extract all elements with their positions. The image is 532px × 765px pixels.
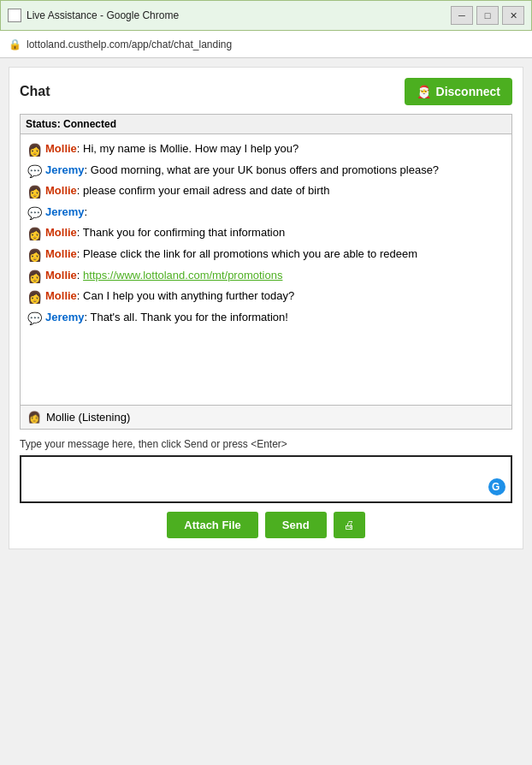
chat-header: Chat 🎅 Disconnect: [20, 78, 512, 105]
message-row: 👩 Mollie: https://www.lottoland.com/mt/p…: [27, 268, 505, 286]
author-name: Mollie: [45, 184, 77, 197]
message-row: 💬 Jeremy: That's all. Thank you for the …: [27, 310, 505, 328]
message-row: 💬 Jeremy: Good morning, what are your UK…: [27, 163, 505, 181]
print-icon: 🖨: [344, 519, 355, 531]
mollie-icon: 👩: [27, 269, 42, 286]
message-row: 👩 Mollie: Hi, my name is Mollie. How may…: [27, 141, 505, 159]
message-text: Mollie: please confirm your email adress…: [45, 183, 505, 199]
window-title: Live Assistance - Google Chrome: [27, 9, 179, 21]
message-text: Mollie: Please click the link for all pr…: [45, 246, 505, 262]
message-text: Mollie: Thank you for confirming that in…: [45, 225, 505, 240]
author-name: Jeremy: [45, 311, 85, 323]
mollie-icon: 👩: [27, 289, 42, 306]
svg-text:G: G: [492, 481, 499, 493]
close-button[interactable]: ✕: [502, 6, 524, 25]
mollie-icon: 👩: [27, 247, 42, 264]
disconnect-icon: 🎅: [417, 85, 431, 98]
title-bar-left: Live Assistance - Google Chrome: [8, 9, 179, 22]
disconnect-label: Disconnect: [436, 85, 500, 98]
author-name: Mollie: [45, 142, 77, 155]
promotions-link[interactable]: https://www.lottoland.com/mt/promotions: [83, 269, 282, 282]
action-buttons: Attach File Send 🖨: [20, 512, 512, 538]
message-input-container: G: [20, 455, 512, 503]
message-input[interactable]: [21, 457, 483, 501]
message-row: 💬 Jeremy:: [27, 205, 505, 222]
minimize-button[interactable]: ─: [451, 6, 473, 25]
author-name: Jeremy: [45, 205, 85, 218]
message-row: 👩 Mollie: Thank you for confirming that …: [27, 225, 505, 243]
message-row: 👩 Mollie: Please click the link for all …: [27, 246, 505, 264]
listening-bar: 👩 Mollie (Listening): [21, 405, 511, 429]
message-text: Jeremy:: [45, 205, 505, 220]
chat-title: Chat: [20, 84, 50, 99]
attach-file-button[interactable]: Attach File: [167, 512, 257, 538]
main-content: Chat 🎅 Disconnect Status: Connected 👩 Mo…: [9, 67, 523, 549]
jeremy-icon: 💬: [27, 311, 42, 328]
listening-label: Mollie (Listening): [46, 411, 130, 424]
input-label: Type your message here, then click Send …: [20, 438, 512, 450]
print-button[interactable]: 🖨: [334, 512, 365, 538]
author-name: Mollie: [45, 226, 77, 239]
mollie-icon: 👩: [27, 142, 42, 159]
message-text: Jeremy: Good morning, what are your UK b…: [45, 163, 505, 178]
jeremy-icon: 💬: [27, 163, 42, 181]
messages-container: 👩 Mollie: Hi, my name is Mollie. How may…: [27, 141, 505, 398]
title-bar: Live Assistance - Google Chrome ─ □ ✕: [0, 0, 532, 31]
message-text: Jeremy: That's all. Thank you for the in…: [45, 310, 505, 325]
message-row: 👩 Mollie: Can I help you with anything f…: [27, 288, 505, 306]
url-text: lottoland.custhelp.com/app/chat/chat_lan…: [27, 39, 232, 50]
author-name: Mollie: [45, 269, 77, 282]
message-text: Mollie: Can I help you with anything fur…: [45, 288, 505, 304]
author-name: Mollie: [45, 289, 77, 302]
message-row: 👩 Mollie: please confirm your email adre…: [27, 183, 505, 201]
maximize-button[interactable]: □: [476, 6, 499, 25]
address-bar: 🔒 lottoland.custhelp.com/app/chat/chat_l…: [0, 31, 532, 58]
window-controls: ─ □ ✕: [451, 6, 524, 25]
mollie-icon: 👩: [27, 184, 42, 201]
author-name: Jeremy: [45, 163, 85, 176]
disconnect-button[interactable]: 🎅 Disconnect: [405, 78, 512, 105]
mollie-icon: 👩: [27, 226, 42, 243]
message-text: Mollie: https://www.lottoland.com/mt/pro…: [45, 268, 505, 283]
jeremy-icon: 💬: [27, 205, 42, 222]
chat-box: Status: Connected 👩 Mollie: Hi, my name …: [20, 114, 512, 430]
grammarly-icon: G: [483, 457, 511, 501]
status-bar: Status: Connected: [21, 115, 511, 134]
listening-icon: 👩: [27, 411, 41, 424]
page-icon: [8, 9, 21, 22]
send-button[interactable]: Send: [265, 512, 327, 538]
lock-icon: 🔒: [9, 39, 21, 50]
message-text: Mollie: Hi, my name is Mollie. How may I…: [45, 141, 505, 157]
author-name: Mollie: [45, 247, 77, 260]
